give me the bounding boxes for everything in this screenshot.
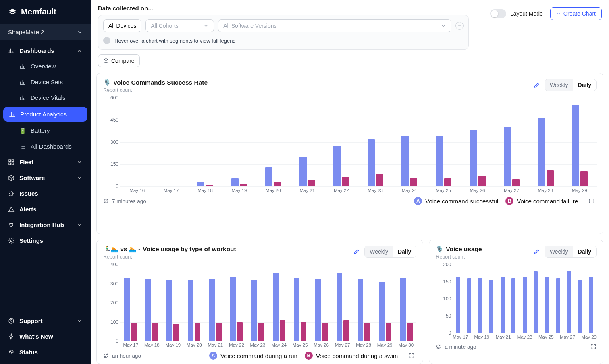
bar[interactable] (308, 180, 315, 186)
bar[interactable] (410, 178, 417, 186)
edit-chart-button[interactable] (533, 81, 540, 89)
bar[interactable] (240, 184, 247, 186)
sidebar-section-settings[interactable]: Settings (0, 233, 91, 248)
bar[interactable] (572, 105, 579, 186)
sidebar-section-integration-hub[interactable]: Integration Hub (0, 217, 91, 233)
bar[interactable] (534, 271, 538, 333)
bar[interactable] (343, 320, 349, 341)
bar[interactable] (436, 136, 443, 187)
segment-daily[interactable]: Daily (393, 246, 416, 257)
expand-chart-button[interactable] (408, 352, 415, 359)
bar[interactable] (578, 280, 582, 333)
bar[interactable] (386, 323, 391, 341)
brand-logo[interactable]: Memfault (0, 0, 91, 24)
bar[interactable] (489, 280, 493, 333)
bar[interactable] (131, 323, 137, 341)
sidebar-section-issues[interactable]: Issues (0, 186, 91, 201)
bar[interactable] (456, 277, 460, 333)
bar[interactable] (265, 167, 272, 186)
bar[interactable] (364, 323, 370, 341)
bar[interactable] (315, 279, 321, 341)
bar[interactable] (467, 278, 471, 333)
sidebar-section-fleet[interactable]: Fleet (0, 154, 91, 170)
segment-weekly[interactable]: Weekly (365, 246, 393, 257)
bar[interactable] (478, 176, 486, 186)
bar[interactable] (145, 279, 151, 341)
filter-all-devices[interactable]: All Devices (103, 19, 141, 32)
bar[interactable] (251, 280, 257, 341)
bar[interactable] (523, 277, 527, 333)
bar[interactable] (124, 278, 130, 341)
bar[interactable] (400, 278, 406, 341)
bar[interactable] (258, 323, 264, 341)
sidebar-item-product-analytics[interactable]: Product Analytics (3, 107, 87, 122)
bar[interactable] (504, 127, 511, 187)
bar[interactable] (511, 278, 515, 333)
bar[interactable] (209, 279, 215, 341)
sidebar-section-dashboards[interactable]: Dashboards (0, 43, 91, 58)
refresh-icon[interactable] (436, 344, 441, 350)
bar[interactable] (538, 118, 545, 186)
bar[interactable] (407, 323, 413, 341)
refresh-icon[interactable] (103, 353, 109, 358)
bar[interactable] (567, 271, 571, 333)
expand-chart-button[interactable] (588, 198, 595, 204)
refresh-icon[interactable] (103, 198, 109, 204)
bar[interactable] (216, 323, 222, 341)
bar[interactable] (188, 280, 193, 341)
bar[interactable] (376, 174, 383, 186)
bar[interactable] (368, 139, 375, 186)
compare-button[interactable]: Compare (98, 54, 140, 67)
bar[interactable] (197, 182, 204, 186)
bar[interactable] (379, 282, 385, 341)
remove-filter-button[interactable] (455, 22, 464, 30)
bar[interactable] (512, 179, 520, 186)
bar[interactable] (195, 323, 200, 341)
bar[interactable] (470, 130, 477, 186)
edit-chart-button[interactable] (533, 248, 540, 255)
bar[interactable] (322, 323, 328, 341)
bar[interactable] (152, 323, 158, 341)
sidebar-item-device-vitals[interactable]: Device Vitals (0, 90, 91, 105)
sidebar-item-battery[interactable]: 🔋Battery (0, 123, 91, 139)
bar[interactable] (230, 277, 236, 341)
filter-cohorts-select[interactable]: All Cohorts (145, 19, 214, 32)
sidebar-item-overview[interactable]: Overview (0, 58, 91, 74)
bar[interactable] (444, 178, 451, 186)
sidebar-section-what's-new[interactable]: What's New (0, 329, 91, 344)
bar[interactable] (589, 277, 593, 333)
bar[interactable] (580, 171, 588, 187)
bar[interactable] (301, 322, 306, 341)
bar[interactable] (273, 273, 279, 341)
bar[interactable] (166, 280, 172, 341)
bar[interactable] (547, 170, 554, 186)
expand-chart-button[interactable] (590, 343, 597, 350)
bar[interactable] (358, 279, 363, 341)
bar[interactable] (337, 273, 342, 341)
bar[interactable] (280, 320, 285, 341)
bar[interactable] (333, 146, 341, 186)
sidebar-section-status[interactable]: Status (0, 344, 91, 360)
bar[interactable] (173, 324, 179, 341)
bar[interactable] (501, 277, 505, 333)
bar[interactable] (274, 182, 281, 186)
bar[interactable] (206, 185, 213, 186)
segment-weekly[interactable]: Weekly (545, 79, 573, 91)
bar[interactable] (545, 277, 549, 333)
edit-chart-button[interactable] (353, 248, 360, 255)
filter-versions-select[interactable]: All Software Versions (218, 19, 451, 32)
sidebar-section-software[interactable]: Software (0, 170, 91, 186)
bar[interactable] (478, 278, 482, 333)
bar[interactable] (237, 322, 243, 341)
segment-weekly[interactable]: Weekly (545, 246, 573, 257)
sidebar-item-all-dashboards[interactable]: All Dashboards (0, 139, 91, 154)
bar[interactable] (401, 136, 409, 187)
bar[interactable] (294, 278, 299, 341)
project-selector[interactable]: ShapeMate 2 (0, 24, 91, 40)
bar[interactable] (299, 157, 307, 186)
create-chart-button[interactable]: Create Chart (550, 7, 602, 20)
bar[interactable] (342, 177, 349, 186)
layout-mode-toggle[interactable] (490, 9, 506, 18)
sidebar-section-support[interactable]: Support (0, 313, 91, 329)
bar[interactable] (556, 278, 560, 333)
